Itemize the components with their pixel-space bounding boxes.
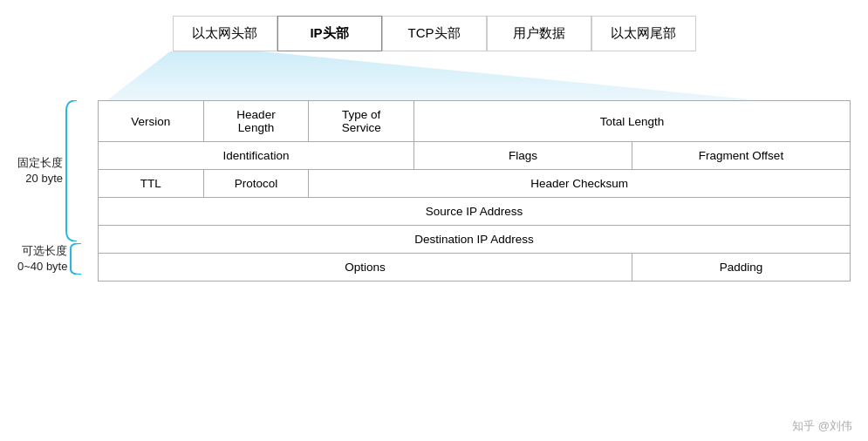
ethernet-header-cell: 以太网头部 (173, 16, 277, 51)
protocol-label: Protocol (235, 177, 278, 190)
padding-cell: Padding (632, 254, 850, 282)
fixed-label2: 20 byte (25, 171, 63, 187)
ethernet-header-label: 以太网头部 (192, 25, 257, 42)
main-container: 以太网头部 IP头部 TCP头部 用户数据 以太网尾部 (0, 0, 868, 441)
watermark: 知乎 @刘伟 (792, 418, 852, 434)
fixed-label1: 固定长度 (17, 155, 63, 171)
header-length-label: HeaderLength (236, 108, 275, 134)
funnel-svg (17, 51, 868, 102)
fragment-offset-cell: Fragment Offset (632, 142, 850, 170)
ip-header-cell: IP头部 (277, 16, 382, 51)
ethernet-tail-cell: 以太网尾部 (591, 16, 696, 51)
source-ip-cell: Source IP Address (99, 198, 851, 226)
version-label: Version (131, 115, 170, 128)
type-of-service-label: Type ofService (342, 108, 381, 134)
ethernet-tail-label: 以太网尾部 (611, 25, 676, 42)
fixed-length-block: 固定长度 20 byte (17, 100, 87, 241)
optional-label1: 可选长度 (22, 243, 67, 259)
flags-label: Flags (509, 149, 537, 162)
ttl-cell: TTL (99, 170, 204, 198)
svg-marker-0 (105, 51, 776, 102)
header-length-cell: HeaderLength (203, 101, 309, 142)
ip-header-label: IP头部 (310, 25, 348, 42)
total-length-cell: Total Length (414, 101, 851, 142)
funnel-area (17, 51, 851, 102)
detail-area: 固定长度 20 byte 可选长度 0~40 byte (17, 100, 851, 282)
protocol-cell: Protocol (203, 170, 309, 198)
options-cell: Options (99, 254, 632, 282)
tcp-header-cell: TCP头部 (382, 16, 487, 51)
ip-header-table: Version HeaderLength Type ofService Tota… (98, 100, 851, 282)
table-row: Source IP Address (99, 198, 851, 226)
packet-row: 以太网头部 IP头部 TCP头部 用户数据 以太网尾部 (173, 16, 696, 51)
watermark-text: 知乎 @刘伟 (792, 419, 852, 432)
total-length-label: Total Length (600, 115, 665, 128)
tcp-header-label: TCP头部 (408, 25, 461, 42)
destination-ip-label: Destination IP Address (414, 233, 533, 246)
table-row: Identification Flags Fragment Offset (99, 142, 851, 170)
user-data-cell: 用户数据 (487, 16, 591, 51)
fragment-offset-label: Fragment Offset (699, 149, 783, 162)
flags-cell: Flags (414, 142, 632, 170)
side-labels: 固定长度 20 byte 可选长度 0~40 byte (17, 100, 94, 275)
fixed-brace-icon (65, 100, 79, 241)
table-row: Destination IP Address (99, 226, 851, 254)
padding-label: Padding (720, 261, 763, 274)
optional-brace-icon (69, 243, 83, 275)
table-row: TTL Protocol Header Checksum (99, 170, 851, 198)
ttl-label: TTL (140, 177, 161, 190)
header-checksum-cell: Header Checksum (309, 170, 851, 198)
destination-ip-cell: Destination IP Address (99, 226, 851, 254)
identification-cell: Identification (99, 142, 414, 170)
optional-length-block: 可选长度 0~40 byte (17, 243, 87, 275)
header-checksum-label: Header Checksum (530, 177, 628, 190)
optional-label2: 0~40 byte (17, 259, 67, 275)
version-cell: Version (99, 101, 204, 142)
options-label: Options (345, 261, 386, 274)
identification-label: Identification (223, 149, 290, 162)
type-of-service-cell: Type ofService (309, 101, 414, 142)
table-row: Version HeaderLength Type ofService Tota… (99, 101, 851, 142)
table-row: Options Padding (99, 254, 851, 282)
source-ip-label: Source IP Address (426, 205, 523, 218)
user-data-label: 用户数据 (513, 25, 565, 42)
